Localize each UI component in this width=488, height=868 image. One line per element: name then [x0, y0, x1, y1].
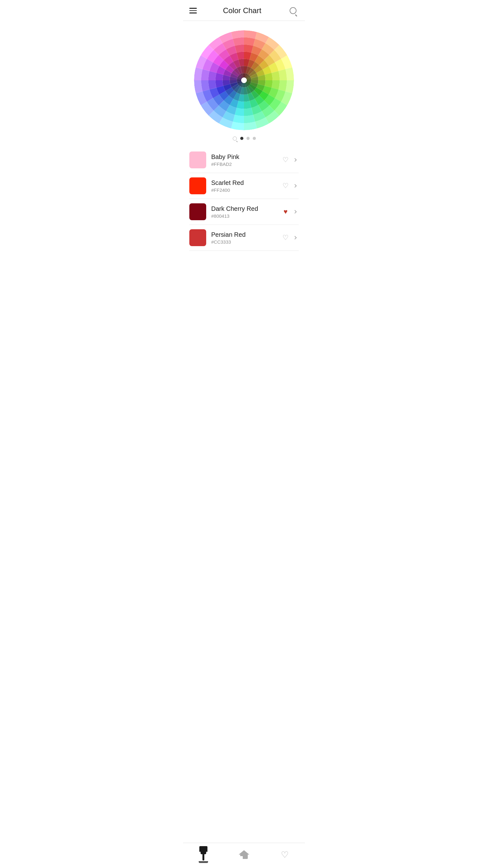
pagination-dots: [232, 136, 256, 141]
chevron-right-icon: [293, 184, 297, 187]
menu-button[interactable]: [189, 8, 197, 13]
search-button[interactable]: [287, 5, 299, 16]
favorite-button-dark-cherry-red[interactable]: ♥: [280, 207, 291, 217]
chevron-right-icon: [293, 236, 297, 239]
search-small-icon: [233, 136, 237, 141]
color-swatch-dark-cherry-red: [189, 203, 206, 220]
color-info-persian-red: Persian Red #CC3333: [211, 231, 276, 245]
color-name-persian-red: Persian Red: [211, 231, 276, 238]
color-info-scarlet-red: Scarlet Red #FF2400: [211, 179, 276, 193]
pagination-dot-1[interactable]: [240, 137, 243, 140]
color-actions-baby-pink: ♡: [280, 155, 299, 165]
favorite-button-scarlet-red[interactable]: ♡: [280, 181, 291, 191]
color-actions-scarlet-red: ♡: [280, 181, 299, 191]
house-roof: [239, 850, 249, 855]
color-info-dark-cherry-red: Dark Cherry Red #800413: [211, 205, 276, 219]
color-list: Baby Pink #FFBAD2 ♡ Scarlet Red #FF2400 …: [183, 147, 305, 251]
color-name-scarlet-red: Scarlet Red: [211, 179, 276, 186]
detail-button-persian-red[interactable]: [293, 235, 299, 241]
chevron-right-icon: [293, 158, 297, 161]
house-body: [240, 854, 248, 859]
heart-icon-dark-cherry-red: ♥: [283, 208, 287, 216]
list-item: Persian Red #CC3333 ♡: [189, 225, 299, 251]
color-name-dark-cherry-red: Dark Cherry Red: [211, 205, 276, 212]
house-door: [240, 856, 243, 859]
house-icon: [239, 850, 249, 859]
color-hex-persian-red: #CC3333: [211, 239, 276, 245]
favorite-button-persian-red[interactable]: ♡: [280, 233, 291, 243]
heart-icon-scarlet-red: ♡: [282, 182, 289, 190]
color-name-baby-pink: Baby Pink: [211, 153, 276, 160]
paint-brush-handle: [203, 854, 204, 861]
pagination-dot-3[interactable]: [253, 137, 256, 140]
detail-button-dark-cherry-red[interactable]: [293, 209, 299, 215]
heart-icon-baby-pink: ♡: [282, 156, 289, 164]
search-icon: [289, 7, 297, 14]
page-title: Color Chart: [223, 6, 262, 15]
list-item: Scarlet Red #FF2400 ♡: [189, 173, 299, 199]
color-hex-dark-cherry-red: #800413: [211, 213, 276, 219]
color-info-baby-pink: Baby Pink #FFBAD2: [211, 153, 276, 167]
paint-brush-base: [199, 861, 208, 863]
color-swatch-scarlet-red: [189, 178, 206, 194]
heart-nav-icon: ♡: [281, 849, 289, 860]
color-swatch-baby-pink: [189, 152, 206, 168]
pagination-search-icon[interactable]: [232, 136, 237, 141]
detail-button-scarlet-red[interactable]: [293, 183, 299, 189]
bottom-nav: ♡: [183, 843, 305, 868]
nav-item-home[interactable]: [232, 850, 256, 859]
list-item: Baby Pink #FFBAD2 ♡: [189, 147, 299, 173]
color-wheel[interactable]: [194, 30, 294, 130]
chevron-right-icon: [293, 210, 297, 213]
color-hex-scarlet-red: #FF2400: [211, 187, 276, 193]
nav-item-favorites[interactable]: ♡: [272, 849, 297, 860]
heart-icon-persian-red: ♡: [282, 234, 289, 242]
paint-brush-tip: [201, 852, 206, 854]
color-hex-baby-pink: #FFBAD2: [211, 161, 276, 167]
list-item: Dark Cherry Red #800413 ♥: [189, 199, 299, 225]
color-actions-persian-red: ♡: [280, 233, 299, 243]
pagination-dot-2[interactable]: [246, 137, 250, 140]
color-swatch-persian-red: [189, 229, 206, 246]
color-wheel-section: [183, 21, 305, 147]
wheel-center-dot: [241, 78, 247, 83]
color-actions-dark-cherry-red: ♥: [280, 207, 299, 217]
header: Color Chart: [183, 0, 305, 21]
detail-button-baby-pink[interactable]: [293, 157, 299, 163]
favorite-button-baby-pink[interactable]: ♡: [280, 155, 291, 165]
paint-brush-icon: [199, 846, 208, 863]
nav-item-paint[interactable]: [191, 846, 216, 863]
paint-brush-body: [199, 846, 208, 852]
